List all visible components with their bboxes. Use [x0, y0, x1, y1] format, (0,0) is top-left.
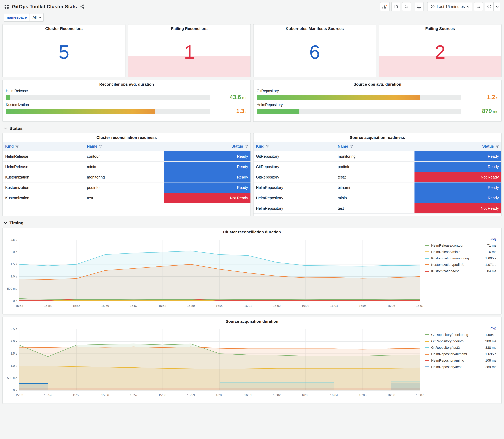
status-badge: Ready: [415, 193, 501, 203]
cell-name: contour: [85, 151, 164, 161]
stat-panel-title: Cluster Reconcilers: [3, 24, 125, 33]
legend-item[interactable]: HelmRepository/bitnami1.695 s: [425, 351, 496, 357]
legend-item[interactable]: Kustomization/podinfo1.071 s: [425, 262, 496, 268]
axis-tick-label: 1.0 s: [11, 275, 17, 278]
column-header-name[interactable]: Name: [85, 142, 164, 151]
axis-tick-label: 15:58: [159, 393, 166, 397]
save-dashboard-button[interactable]: [391, 2, 400, 11]
gauge-value-number: 1.3: [236, 108, 244, 114]
stat-panel-title: Failing Sources: [379, 24, 501, 33]
legend-color-dash: [425, 354, 429, 354]
legend-color-dash: [425, 264, 429, 265]
cell-status: Not Ready: [415, 203, 501, 214]
series-area: [19, 383, 48, 390]
legend-item[interactable]: GitRepository/test2338 ms: [425, 344, 496, 351]
gauge-label: Kustomization: [6, 103, 247, 107]
cycle-view-mode-button[interactable]: [415, 2, 424, 11]
legend-item[interactable]: HelmRepository/test289 ms: [425, 364, 496, 370]
section-header-status[interactable]: Status: [0, 124, 504, 133]
filter-icon[interactable]: [245, 145, 248, 148]
chart-svg[interactable]: 0 s500 ms1.0 s1.5 s2.0 s2.5 s15:5315:541…: [4, 236, 424, 310]
axis-tick-label: 16:02: [273, 393, 281, 397]
filter-icon[interactable]: [266, 145, 270, 148]
legend-color-dash: [425, 245, 429, 246]
legend-series-name: GitRepository/podinfo: [431, 339, 483, 343]
time-picker-button[interactable]: Last 15 minutes: [427, 2, 472, 11]
dashboard-settings-button[interactable]: [402, 2, 411, 11]
zoom-out-button[interactable]: [474, 2, 483, 11]
axis-tick-label: 500 ms: [7, 376, 17, 380]
cell-name: test2: [335, 172, 415, 182]
axis-tick-label: 15:57: [130, 393, 137, 397]
legend-series-name: HelmRepository/test: [431, 365, 483, 369]
column-header-label: Name: [338, 144, 348, 148]
gauge-value-unit: s: [495, 96, 498, 100]
column-header-status[interactable]: Status: [164, 142, 250, 151]
refresh-interval-button[interactable]: [494, 2, 500, 11]
cell-kind: HelmRelease: [3, 151, 85, 161]
add-panel-button[interactable]: [380, 2, 390, 11]
variable-namespace-value-dropdown[interactable]: All: [30, 13, 44, 22]
legend-series-avg: 71 ms: [487, 244, 496, 247]
cell-status: Ready: [415, 151, 501, 161]
cell-kind: Kustomization: [3, 172, 85, 182]
gauge-line: 879 ms: [257, 108, 498, 114]
stat-panel: Failing Sources2: [379, 24, 502, 77]
apps-grid-icon[interactable]: [4, 4, 10, 10]
cell-status: Ready: [164, 172, 250, 182]
axis-tick-label: 500 ms: [7, 287, 17, 290]
panel-cluster-reconciliation-duration: Cluster reconciliation duration 0 s500 m…: [2, 228, 502, 315]
legend-series-avg: 980 ms: [485, 339, 496, 343]
variable-namespace-label[interactable]: namespace: [4, 13, 30, 22]
axis-tick-label: 0 s: [13, 389, 17, 392]
filter-icon[interactable]: [350, 145, 353, 148]
legend-item[interactable]: Kustomization/test84 ms: [425, 268, 496, 274]
cell-name: bitnami: [335, 182, 415, 193]
axis-tick-label: 15:57: [130, 304, 137, 307]
stat-panel-title: Failing Reconcilers: [128, 24, 251, 33]
column-header-kind[interactable]: Kind: [3, 142, 85, 151]
filter-icon[interactable]: [99, 145, 102, 148]
legend-item[interactable]: GitRepository/monitoring1.594 s: [425, 332, 496, 338]
chart-svg[interactable]: 0 s500 ms1.0 s1.5 s2.0 s2.5 s15:5315:541…: [4, 326, 424, 399]
column-header-kind[interactable]: Kind: [254, 142, 335, 151]
gauge-line: 43.6 ms: [6, 94, 247, 100]
legend-item[interactable]: Kustomization/monitoring1.605 s: [425, 255, 496, 262]
refresh-button[interactable]: [485, 2, 494, 11]
table-row: GitRepositorymonitoringReady: [254, 151, 501, 161]
chevron-down-icon: [4, 221, 7, 225]
column-header-name[interactable]: Name: [335, 142, 415, 151]
table-row: HelmRepositorybitnamiReady: [254, 182, 501, 193]
status-badge: Ready: [164, 151, 250, 161]
legend-item[interactable]: GitRepository/podinfo980 ms: [425, 338, 496, 344]
section-label: Status: [10, 126, 23, 131]
column-header-inner: Name: [87, 144, 161, 148]
cell-name: test: [85, 193, 164, 203]
legend-item[interactable]: HelmRelease/minio16 ms: [425, 249, 496, 255]
status-badge: Ready: [164, 183, 250, 193]
gauge-row: Kustomization1.3 s: [6, 103, 247, 114]
panel-source-acquisition-duration: Source acquisition duration 0 s500 ms1.0…: [2, 317, 502, 404]
legend-item[interactable]: HelmRepository/minio108 ms: [425, 357, 496, 364]
column-header-status[interactable]: Status: [415, 142, 501, 151]
series-area: [19, 347, 420, 390]
axis-tick-label: 1.5 s: [11, 352, 17, 355]
axis-tick-label: 15:56: [101, 304, 109, 307]
gauge-rows: GitRepository1.2 sHelmRepository879 ms: [254, 89, 501, 114]
time-series-chart[interactable]: 0 s500 ms1.0 s1.5 s2.0 s2.5 s15:5315:541…: [4, 236, 424, 311]
status-badge: Not Ready: [415, 172, 501, 182]
cell-kind: HelmRepository: [254, 182, 335, 193]
filter-icon[interactable]: [495, 145, 499, 148]
table-row: GitRepositorytest2Not Ready: [254, 172, 501, 182]
gauge-value: 879 ms: [464, 108, 498, 114]
axis-tick-label: 16:02: [273, 304, 281, 307]
legend-item[interactable]: HelmRelease/contour71 ms: [425, 242, 496, 249]
time-series-chart[interactable]: 0 s500 ms1.0 s1.5 s2.0 s2.5 s15:5315:541…: [4, 326, 424, 400]
section-header-timing[interactable]: Timing: [0, 219, 504, 228]
gauge-row: HelmRepository879 ms: [257, 103, 498, 114]
stat-value: 5: [3, 41, 125, 63]
axis-tick-label: 15:54: [44, 304, 52, 307]
share-icon[interactable]: [79, 4, 85, 9]
filter-icon[interactable]: [15, 145, 19, 148]
panel-title: Source acquisition duration: [3, 317, 501, 326]
